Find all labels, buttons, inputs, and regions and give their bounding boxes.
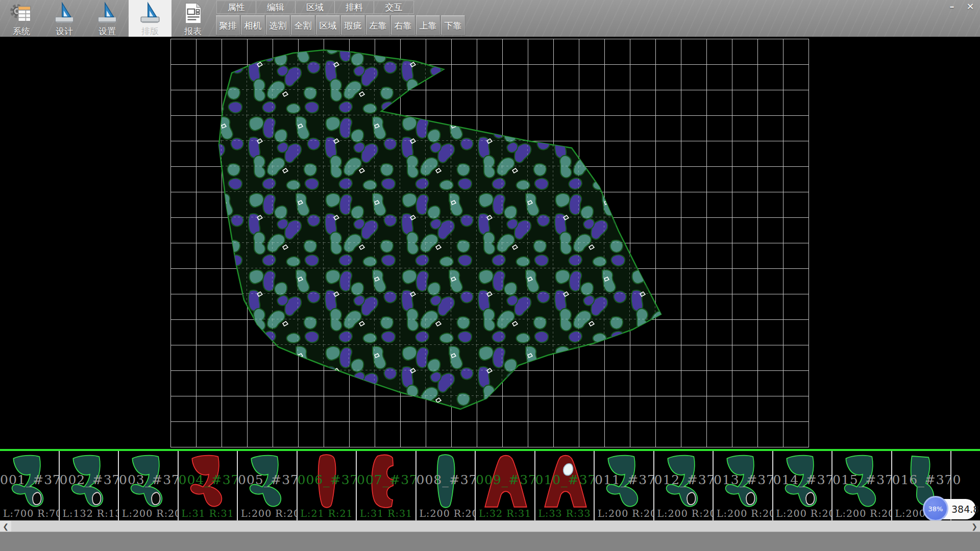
piece-tile-13[interactable]: 013_#37L:200 R:200 [714, 451, 773, 520]
app-tab-label: 设置 [99, 26, 116, 36]
piece-tile-15[interactable]: 015_#37L:200 R:200 [832, 451, 892, 520]
app-tab-label: 系统 [13, 26, 30, 36]
app-tab-5[interactable]: 报表 [172, 0, 214, 37]
piece-shape [658, 453, 710, 512]
app-tab-2[interactable]: 设计 [43, 0, 86, 37]
scroll-right-button[interactable]: ❯ [969, 521, 980, 532]
ribbon-button-6[interactable]: 瑕疵 [341, 15, 365, 35]
gear-icon [10, 2, 33, 25]
menu-item-3[interactable]: 区域 [296, 1, 335, 13]
piece-tile-9[interactable]: 009_#37L:32 R:31 [476, 451, 535, 520]
app-tab-3[interactable]: 设置 [86, 0, 129, 37]
memory-label: 384.8M [951, 499, 980, 519]
ribbon-button-7[interactable]: 左靠 [366, 15, 390, 35]
app-tab-1[interactable]: 系统 [0, 0, 43, 37]
horizontal-scrollbar[interactable]: ❮ ❯ [0, 520, 980, 532]
piece-shape [242, 453, 294, 512]
piece-tile-list: 001_#37L:700 R:700002_#37L:132 R:132003_… [0, 451, 963, 520]
piece-tile-2[interactable]: 002_#37L:132 R:132 [60, 451, 119, 520]
piece-shape [599, 453, 651, 512]
minimize-button[interactable]: – [944, 1, 960, 12]
piece-thumbnail-strip: 001_#37L:700 R:700002_#37L:132 R:132003_… [0, 449, 980, 520]
piece-tile-14[interactable]: 014_#37L:200 R:200 [773, 451, 833, 520]
piece-shape [361, 453, 413, 512]
piece-tile-7[interactable]: 007_#37L:31 R:31 [357, 451, 416, 520]
leather-hide-nest[interactable] [170, 39, 809, 447]
nesting-canvas[interactable] [0, 37, 980, 449]
ribbon-button-9[interactable]: 上靠 [416, 15, 440, 35]
menu-item-5[interactable]: 交互 [374, 1, 413, 13]
app-tab-label: 排版 [141, 26, 159, 36]
piece-shape [718, 453, 770, 512]
menu-item-2[interactable]: 编辑 [256, 1, 296, 13]
piece-tile-8[interactable]: 008_#37L:200 R:200 [416, 451, 476, 520]
app-tab-label: 设计 [56, 26, 73, 36]
menu-item-1[interactable]: 属性 [217, 1, 256, 13]
ribbon-toolbar: 聚排相机选割全割区域瑕疵左靠右靠上靠下靠 [216, 15, 466, 36]
memory-progress-badge: 38% 384.8M [925, 499, 976, 519]
piece-shape [64, 453, 116, 512]
progress-circle: 38% [923, 496, 948, 521]
piece-tile-12[interactable]: 012_#37L:200 R:200 [654, 451, 714, 520]
piece-shape [540, 453, 592, 512]
piece-tile-6[interactable]: 006_#37L:21 R:21 [298, 451, 357, 520]
ribbon-button-5[interactable]: 区域 [316, 15, 340, 35]
menubar: 属性编辑区域排料交互 [216, 1, 414, 14]
ruler-icon [138, 2, 162, 25]
piece-tile-5[interactable]: 005_#37L:200 R:200 [238, 451, 298, 520]
piece-shape [837, 453, 889, 512]
grid-overlay [170, 39, 809, 447]
report-icon [181, 2, 205, 25]
ribbon-button-4[interactable]: 全割 [291, 15, 315, 35]
ribbon-button-8[interactable]: 右靠 [391, 15, 415, 35]
ribbon-button-3[interactable]: 选割 [266, 15, 290, 35]
app-tab-4[interactable]: 排版 [129, 0, 172, 37]
piece-shape [183, 453, 235, 512]
piece-shape [777, 453, 829, 512]
close-button[interactable]: ✕ [963, 1, 978, 12]
piece-shape [302, 453, 354, 512]
ruler-icon [53, 2, 76, 25]
app-tab-bar: 系统设计设置排版报表 [0, 0, 214, 37]
ribbon-button-10[interactable]: 下靠 [441, 15, 465, 35]
piece-tile-1[interactable]: 001_#37L:700 R:700 [0, 451, 60, 520]
scroll-left-button[interactable]: ❮ [0, 521, 11, 532]
canvas-grid[interactable] [170, 39, 809, 447]
piece-shape [421, 453, 473, 512]
piece-tile-3[interactable]: 003_#37L:200 R:200 [119, 451, 179, 520]
ruler-icon [95, 2, 119, 25]
status-bar [0, 532, 980, 551]
ribbon-button-2[interactable]: 相机 [241, 15, 265, 35]
piece-tile-11[interactable]: 011_#37L:200 R:200 [595, 451, 654, 520]
app-tab-label: 报表 [184, 26, 202, 36]
window-controls: – ✕ [944, 1, 978, 12]
menu-item-4[interactable]: 排料 [335, 1, 374, 13]
piece-tile-10[interactable]: 010_#37L:33 R:33 [535, 451, 595, 520]
piece-shape [4, 453, 56, 512]
ribbon-button-1[interactable]: 聚排 [216, 15, 240, 35]
piece-shape [123, 453, 175, 512]
piece-shape [480, 453, 532, 512]
main-toolbar: 系统设计设置排版报表 属性编辑区域排料交互 聚排相机选割全割区域瑕疵左靠右靠上靠… [0, 0, 980, 37]
piece-tile-4[interactable]: 004_#37L:31 R:31 [179, 451, 238, 520]
